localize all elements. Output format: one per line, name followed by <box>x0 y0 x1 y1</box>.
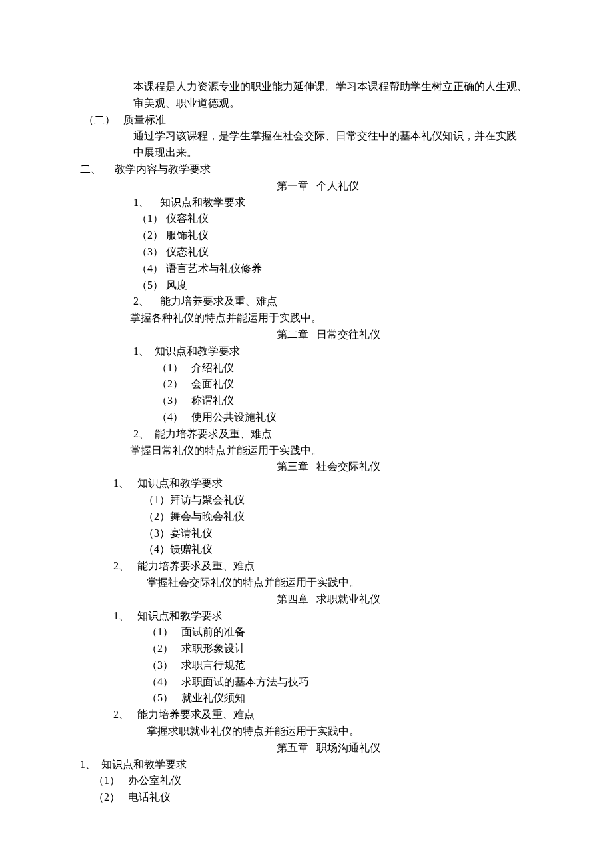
ch1-kp-heading: 1、 知识点和教学要求 <box>80 195 533 211</box>
ch3-point-2: （2）舞会与晚会礼仪 <box>80 509 533 525</box>
ch3-ability-num: 2、 <box>113 560 129 571</box>
ch3-kp-num: 1、 <box>113 477 129 489</box>
ch4-point-3: （3） 求职言行规范 <box>80 657 533 674</box>
ch2-kp-heading: 1、 知识点和教学要求 <box>80 343 533 360</box>
ch1-kp-num: 1、 <box>133 197 149 208</box>
ch2-ability-body: 掌握日常礼仪的特点并能运用于实践中。 <box>80 443 533 459</box>
intro-line-2: 审美观、职业道德观。 <box>80 95 533 112</box>
section-2-num: 二、 <box>80 163 101 175</box>
ch5-p2-txt: 电话礼仪 <box>128 791 171 803</box>
ch3-point-4: （4）馈赠礼仪 <box>80 541 533 558</box>
quality-heading-num: （二） <box>83 114 115 125</box>
quality-body-1: 通过学习该课程，是学生掌握在社会交际、日常交往中的基本礼仪知识，并在实践 <box>80 128 533 145</box>
ch5-kp-heading: 1、 知识点和教学要求 <box>80 757 533 773</box>
ch4-point-2: （2） 求职形象设计 <box>80 641 533 657</box>
ch1-point-5: （5） 风度 <box>80 277 533 294</box>
ch4-p1-num: （1） <box>147 626 173 637</box>
ch2-p1-num: （1） <box>157 362 183 373</box>
ch4-ability-heading: 2、 能力培养要求及重、难点 <box>80 707 533 723</box>
ch3-ability-text: 能力培养要求及重、难点 <box>137 560 255 571</box>
ch3-kp-text: 知识点和教学要求 <box>137 477 223 489</box>
ch2-ability-num: 2、 <box>133 428 149 439</box>
ch2-p1-txt: 介绍礼仪 <box>191 362 234 373</box>
quality-heading-text: 质量标准 <box>123 114 166 125</box>
ch4-ability-body: 掌握求职就业礼仪的特点并能运用于实践中。 <box>80 723 533 740</box>
ch2-ability-text: 能力培养要求及重、难点 <box>155 428 272 439</box>
ch2-point-4: （4） 使用公共设施礼仪 <box>80 409 533 426</box>
ch2-kp-text: 知识点和教学要求 <box>155 345 240 357</box>
ch5-p2-num: （2） <box>93 791 120 803</box>
ch1-ability-heading: 2、 能力培养要求及重、难点 <box>80 293 533 310</box>
ch4-p5-txt: 就业礼仪须知 <box>181 692 245 703</box>
ch4-p5-num: （5） <box>147 692 173 703</box>
ch5-p1-txt: 办公室礼仪 <box>128 775 181 786</box>
ch1-point-4: （4） 语言艺术与礼仪修养 <box>80 261 533 277</box>
ch4-p1-txt: 面试前的准备 <box>181 626 245 637</box>
ch2-ability-heading: 2、 能力培养要求及重、难点 <box>80 426 533 443</box>
section-2-title: 教学内容与教学要求 <box>115 163 211 175</box>
ch4-p2-txt: 求职形象设计 <box>181 643 245 654</box>
ch4-p3-txt: 求职言行规范 <box>181 659 245 671</box>
ch5-kp-num: 1、 <box>80 759 96 770</box>
ch2-p3-txt: 称谓礼仪 <box>191 395 234 406</box>
chapter-4-title: 第四章 求职就业礼仪 <box>80 591 533 608</box>
ch2-p2-txt: 会面礼仪 <box>191 378 234 389</box>
ch4-p4-txt: 求职面试的基本方法与技巧 <box>181 676 309 687</box>
section-2-heading: 二、 教学内容与教学要求 <box>80 161 533 178</box>
ch1-point-1: （1） 仪容礼仪 <box>80 211 533 227</box>
ch2-p4-num: （4） <box>157 411 183 423</box>
ch2-point-1: （1） 介绍礼仪 <box>80 360 533 377</box>
ch4-p4-num: （4） <box>147 676 173 687</box>
ch2-p4-txt: 使用公共设施礼仪 <box>191 411 277 423</box>
ch4-kp-num: 1、 <box>113 610 129 621</box>
ch4-point-4: （4） 求职面试的基本方法与技巧 <box>80 674 533 691</box>
ch5-kp-text: 知识点和教学要求 <box>101 759 187 770</box>
ch3-ability-heading: 2、 能力培养要求及重、难点 <box>80 558 533 575</box>
ch3-point-1: （1）拜访与聚会礼仪 <box>80 492 533 509</box>
chapter-3-title: 第三章 社会交际礼仪 <box>80 459 533 475</box>
ch2-point-2: （2） 会面礼仪 <box>80 376 533 393</box>
ch1-point-3: （3） 仪态礼仪 <box>80 244 533 261</box>
quality-heading: （二） 质量标准 <box>80 112 533 129</box>
ch1-kp-text: 知识点和教学要求 <box>160 197 245 208</box>
chapter-1-title: 第一章 个人礼仪 <box>80 178 533 195</box>
ch4-p2-num: （2） <box>147 643 173 654</box>
ch2-point-3: （3） 称谓礼仪 <box>80 393 533 409</box>
quality-body-2: 中展现出来。 <box>80 145 533 161</box>
ch2-kp-num: 1、 <box>133 345 149 357</box>
ch3-kp-heading: 1、 知识点和教学要求 <box>80 475 533 492</box>
ch2-p3-num: （3） <box>157 395 183 406</box>
chapter-5-title: 第五章 职场沟通礼仪 <box>80 740 533 757</box>
document-page: { "intro": { "l1": "本课程是人力资源专业的职业能力延伸课。学… <box>0 0 613 868</box>
ch5-p1-num: （1） <box>93 775 120 786</box>
ch2-p2-num: （2） <box>157 378 183 389</box>
ch1-ability-num: 2、 <box>133 295 149 307</box>
ch4-kp-heading: 1、 知识点和教学要求 <box>80 608 533 625</box>
ch5-point-2: （2） 电话礼仪 <box>80 789 533 806</box>
ch3-point-3: （3）宴请礼仪 <box>80 525 533 542</box>
ch1-ability-body: 掌握各种礼仪的特点并能运用于实践中。 <box>80 310 533 327</box>
ch4-ability-text: 能力培养要求及重、难点 <box>137 709 255 720</box>
ch4-ability-num: 2、 <box>113 709 129 720</box>
intro-line-1: 本课程是人力资源专业的职业能力延伸课。学习本课程帮助学生树立正确的人生观、 <box>80 79 533 95</box>
ch4-point-1: （1） 面试前的准备 <box>80 624 533 641</box>
ch5-point-1: （1） 办公室礼仪 <box>80 773 533 789</box>
ch1-point-2: （2） 服饰礼仪 <box>80 227 533 244</box>
chapter-2-title: 第二章 日常交往礼仪 <box>80 327 533 343</box>
ch4-point-5: （5） 就业礼仪须知 <box>80 690 533 707</box>
ch4-kp-text: 知识点和教学要求 <box>137 610 223 621</box>
ch4-p3-num: （3） <box>147 659 173 671</box>
ch3-ability-body: 掌握社会交际礼仪的特点并能运用于实践中。 <box>80 575 533 591</box>
ch1-ability-text: 能力培养要求及重、难点 <box>160 295 277 307</box>
